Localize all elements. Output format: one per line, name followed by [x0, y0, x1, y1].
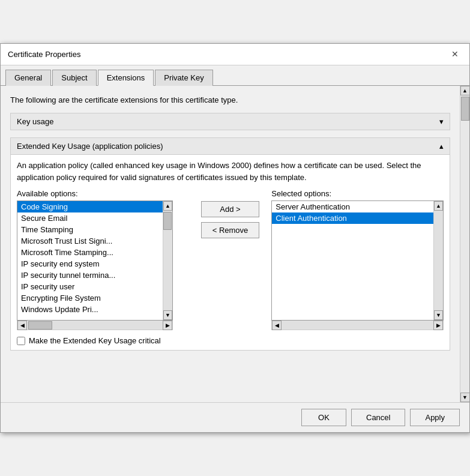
extensions-description: The following are the certificate extens… — [10, 94, 450, 106]
main-scroll-thumb[interactable] — [461, 97, 469, 121]
list-item[interactable]: Client Authentication — [272, 212, 433, 224]
list-item[interactable]: IP security user — [17, 281, 163, 292]
eku-critical-checkbox[interactable] — [17, 337, 25, 345]
list-item[interactable]: Secure Email — [17, 212, 163, 224]
add-remove-buttons: Add > < Remove — [195, 201, 266, 238]
extended-key-usage-section: Extended Key Usage (application policies… — [10, 137, 450, 351]
title-bar: Certificate Properties ✕ — [1, 44, 469, 65]
main-scroll-down[interactable]: ▼ — [460, 393, 470, 402]
list-item[interactable]: Microsoft Time Stamping... — [17, 247, 163, 258]
key-usage-header[interactable]: Key usage ▾ — [11, 113, 450, 130]
dialog-footer: OK Cancel Apply — [1, 402, 469, 432]
available-h-scrollbar: ◀ ▶ — [17, 321, 173, 330]
available-options-label: Available options: — [17, 189, 189, 198]
scroll-up-arrow[interactable]: ▲ — [163, 201, 172, 211]
h-scroll-left-arrow[interactable]: ◀ — [272, 321, 282, 330]
list-item[interactable]: Code Signing — [17, 201, 163, 212]
apply-button[interactable]: Apply — [410, 409, 460, 426]
dialog-title: Certificate Properties — [8, 50, 80, 59]
key-usage-chevron: ▾ — [439, 117, 444, 126]
selected-listbox-inner: Server Authentication Client Authenticat… — [272, 201, 433, 320]
close-button[interactable]: ✕ — [448, 47, 462, 61]
content-area: The following are the certificate extens… — [1, 86, 469, 403]
selected-listbox[interactable]: Server Authentication Client Authenticat… — [271, 200, 444, 321]
cancel-button[interactable]: Cancel — [351, 409, 405, 426]
list-item[interactable]: Server Authentication — [272, 201, 433, 212]
eku-section-body: An application policy (called enhanced k… — [11, 155, 450, 350]
selected-h-scrollbar: ◀ ▶ — [271, 321, 444, 330]
scroll-thumb[interactable] — [163, 212, 172, 230]
options-row: Available options: Code Signing Secure E… — [17, 189, 444, 330]
certificate-properties-dialog: Certificate Properties ✕ General Subject… — [0, 43, 470, 433]
scroll-down-arrow[interactable]: ▼ — [163, 310, 172, 320]
tab-private-key[interactable]: Private Key — [155, 70, 212, 86]
tab-extensions[interactable]: Extensions — [98, 70, 154, 86]
scroll-up-arrow[interactable]: ▲ — [434, 201, 443, 211]
h-scroll-right-arrow[interactable]: ▶ — [433, 321, 443, 330]
eku-chevron-icon: ▴ — [439, 142, 444, 151]
main-scrollbar: ▲ ▼ — [460, 86, 469, 403]
selected-options-label: Selected options: — [271, 189, 444, 198]
add-button[interactable]: Add > — [201, 201, 260, 217]
selected-options-container: Selected options: Server Authentication … — [271, 189, 444, 330]
eku-header-label: Extended Key Usage (application policies… — [17, 142, 163, 151]
tab-subject[interactable]: Subject — [52, 70, 96, 86]
eku-critical-checkbox-row: Make the Extended Key Usage critical — [17, 336, 444, 345]
remove-button[interactable]: < Remove — [201, 222, 260, 238]
selected-listbox-scrollbar: ▲ ▼ — [433, 201, 443, 320]
key-usage-section: Key usage ▾ — [10, 113, 450, 130]
eku-critical-label: Make the Extended Key Usage critical — [29, 336, 161, 345]
tab-bar: General Subject Extensions Private Key — [1, 65, 469, 86]
list-item[interactable]: Encrypting File System — [17, 292, 163, 304]
list-item[interactable]: Microsoft Trust List Signi... — [17, 235, 163, 247]
eku-section-header[interactable]: Extended Key Usage (application policies… — [11, 138, 450, 155]
available-listbox-scrollbar: ▲ ▼ — [163, 201, 172, 320]
available-listbox[interactable]: Code Signing Secure Email Time Stamping … — [17, 200, 173, 321]
main-content: The following are the certificate extens… — [1, 86, 460, 403]
bottom-spacer — [10, 358, 450, 394]
key-usage-label: Key usage — [17, 117, 53, 126]
h-scroll-right-arrow[interactable]: ▶ — [163, 321, 172, 330]
available-options-container: Available options: Code Signing Secure E… — [17, 189, 189, 330]
available-listbox-inner: Code Signing Secure Email Time Stamping … — [17, 201, 163, 320]
scroll-down-arrow[interactable]: ▼ — [434, 310, 443, 320]
ok-button[interactable]: OK — [301, 409, 346, 426]
h-scroll-left-arrow[interactable]: ◀ — [17, 321, 27, 330]
list-item[interactable]: Time Stamping — [17, 224, 163, 235]
h-scroll-thumb[interactable] — [28, 321, 52, 330]
scroll-thumb-area — [434, 211, 443, 310]
main-scroll-up[interactable]: ▲ — [460, 86, 470, 95]
eku-description: An application policy (called enhanced k… — [17, 160, 444, 183]
list-item[interactable]: IP security tunnel termina... — [17, 270, 163, 281]
list-item[interactable]: IP security end system — [17, 258, 163, 270]
list-item[interactable]: Windows Update Pri... — [17, 304, 163, 315]
tab-general[interactable]: General — [5, 70, 51, 86]
scroll-thumb-area — [163, 211, 172, 310]
